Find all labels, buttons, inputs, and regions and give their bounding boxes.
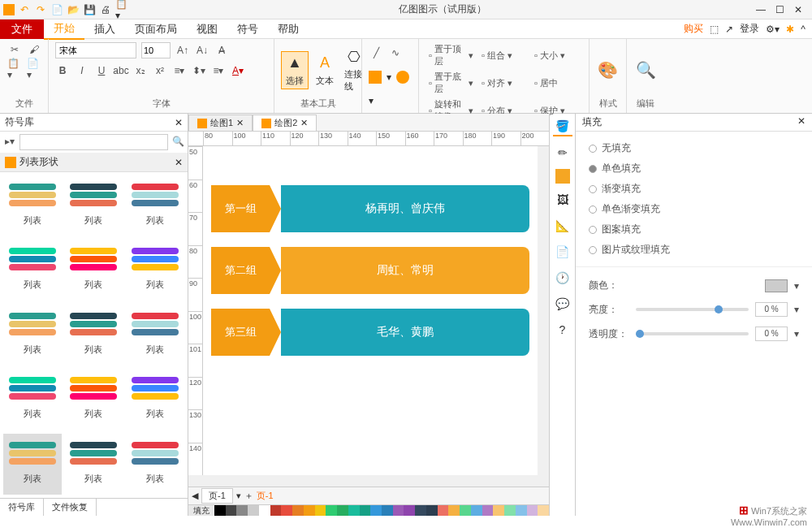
- fill-option[interactable]: 图片或纹理填充: [589, 240, 799, 260]
- page-prev[interactable]: ◀: [192, 491, 198, 501]
- color-swatch[interactable]: [482, 505, 494, 516]
- lib-dropdown[interactable]: ▸▾: [2, 134, 17, 149]
- fill-option[interactable]: 渐变填充: [589, 179, 799, 199]
- scrollbar-v[interactable]: [538, 146, 549, 475]
- print-icon[interactable]: 🖨: [99, 3, 112, 16]
- align-icon[interactable]: ≡▾: [211, 63, 226, 78]
- line-tool-icon[interactable]: ✏: [553, 143, 572, 162]
- page-tool-icon[interactable]: 📄: [553, 242, 572, 262]
- symbol-item[interactable]: 列表: [3, 369, 62, 430]
- symbol-item[interactable]: 列表: [126, 369, 184, 430]
- close-icon[interactable]: ✕: [794, 4, 802, 15]
- edit-icon[interactable]: 🔍: [638, 63, 653, 77]
- shrink-font-icon[interactable]: A↓: [195, 43, 209, 58]
- font-select[interactable]: [55, 42, 136, 58]
- minimize-icon[interactable]: —: [756, 4, 766, 15]
- size-btn[interactable]: ▫大小▾: [531, 49, 582, 63]
- export-icon[interactable]: 📋▾: [115, 3, 128, 16]
- text-tool[interactable]: A文本: [312, 52, 338, 89]
- color-swatch[interactable]: [438, 505, 449, 516]
- bullets-icon[interactable]: ≡▾: [172, 63, 187, 78]
- image-tool-icon[interactable]: 🖼: [553, 190, 572, 210]
- page-add[interactable]: ＋: [244, 490, 253, 502]
- symbol-item[interactable]: 列表: [126, 434, 184, 495]
- curve-icon[interactable]: ∿: [388, 45, 403, 60]
- tab-recovery[interactable]: 文件恢复: [44, 499, 97, 516]
- menu-view[interactable]: 视图: [187, 19, 227, 39]
- style-icon[interactable]: 🎨: [601, 63, 615, 77]
- cat-close-icon[interactable]: ✕: [175, 157, 183, 168]
- color-swatch[interactable]: [270, 505, 282, 516]
- symbol-search[interactable]: [19, 134, 168, 150]
- color-swatch[interactable]: [236, 505, 248, 516]
- sup-icon[interactable]: x²: [153, 63, 167, 78]
- login-link[interactable]: 登录: [740, 22, 759, 36]
- square-shape[interactable]: [369, 71, 382, 84]
- collapse-icon[interactable]: ^: [801, 24, 806, 35]
- new-icon[interactable]: 📄: [50, 3, 63, 16]
- align-btn[interactable]: ▫对齐▾: [478, 76, 529, 90]
- circle-shape[interactable]: [396, 71, 409, 84]
- color-swatch[interactable]: [527, 505, 538, 516]
- color-swatch[interactable]: [348, 505, 360, 516]
- fill-option[interactable]: 无填充: [589, 138, 799, 158]
- strike-icon[interactable]: abc: [114, 63, 128, 78]
- copy-icon[interactable]: 📋▾: [7, 62, 22, 76]
- pointer-icon[interactable]: ✂: [7, 42, 22, 57]
- size-select[interactable]: [141, 42, 171, 58]
- file-menu[interactable]: 文件: [0, 19, 44, 39]
- color-swatch[interactable]: [259, 505, 270, 516]
- symbol-item[interactable]: 列表: [3, 305, 62, 365]
- history-tool-icon[interactable]: 🕐: [553, 268, 572, 288]
- clear-format-icon[interactable]: A̶: [214, 43, 229, 58]
- fill-option[interactable]: 单色渐变填充: [589, 199, 799, 219]
- color-swatch[interactable]: [337, 505, 348, 516]
- rpanel-close-icon[interactable]: ✕: [797, 115, 806, 129]
- line-icon[interactable]: ╱: [369, 45, 383, 60]
- color-swatch[interactable]: [415, 505, 426, 516]
- symbol-item[interactable]: 列表: [3, 175, 62, 236]
- menu-symbol[interactable]: 符号: [227, 19, 268, 39]
- search-icon[interactable]: 🔍: [171, 134, 185, 149]
- open-icon[interactable]: 📂: [67, 3, 80, 16]
- buy-link[interactable]: 购买: [684, 22, 703, 36]
- shape-tool-icon[interactable]: [555, 169, 570, 184]
- list-row[interactable]: 第三组毛华、黄鹏: [211, 309, 529, 356]
- maximize-icon[interactable]: ☐: [775, 4, 784, 15]
- gear-icon[interactable]: ⚙▾: [766, 24, 780, 35]
- tab-symbols[interactable]: 符号库: [0, 499, 44, 516]
- brightness-slider[interactable]: [636, 308, 749, 311]
- page-tab-b[interactable]: 页-1: [257, 490, 274, 502]
- linespace-icon[interactable]: ⬍▾: [192, 63, 206, 78]
- symbol-item[interactable]: 列表: [65, 305, 123, 365]
- undo-icon[interactable]: ↶: [18, 3, 31, 16]
- symbol-item[interactable]: 列表: [126, 175, 184, 236]
- scrollbar-h[interactable]: [188, 475, 549, 487]
- comment-tool-icon[interactable]: 💬: [553, 294, 572, 314]
- list-row[interactable]: 第二组周虹、常明: [211, 247, 529, 294]
- page-tab[interactable]: 页-1: [201, 488, 233, 504]
- underline-icon[interactable]: U: [94, 63, 109, 78]
- color-picker[interactable]: [765, 279, 788, 292]
- symbol-item[interactable]: 列表: [65, 369, 123, 430]
- group-btn[interactable]: ▫组合▾: [478, 49, 529, 63]
- color-swatch[interactable]: [248, 505, 259, 516]
- panel-close-icon[interactable]: ✕: [175, 117, 183, 128]
- symbol-item[interactable]: 列表: [126, 305, 184, 365]
- menu-help[interactable]: 帮助: [268, 19, 309, 39]
- tab-close-icon[interactable]: ✕: [236, 118, 244, 128]
- menu-insert[interactable]: 插入: [84, 19, 125, 39]
- fill-option[interactable]: 图案填充: [589, 219, 799, 240]
- color-swatch[interactable]: [471, 505, 482, 516]
- color-swatch[interactable]: [493, 505, 504, 516]
- grow-font-icon[interactable]: A↑: [175, 43, 190, 58]
- symbol-item[interactable]: 列表: [65, 240, 123, 301]
- share-icon[interactable]: ⬚: [710, 24, 719, 35]
- color-swatch[interactable]: [326, 505, 337, 516]
- bold-icon[interactable]: B: [55, 63, 70, 78]
- fontcolor-icon[interactable]: A▾: [231, 63, 245, 78]
- symbol-item[interactable]: 列表: [126, 240, 184, 301]
- symbol-item[interactable]: 列表: [65, 175, 123, 236]
- layer-tool-icon[interactable]: 📐: [553, 216, 572, 236]
- save-icon[interactable]: 💾: [83, 3, 96, 16]
